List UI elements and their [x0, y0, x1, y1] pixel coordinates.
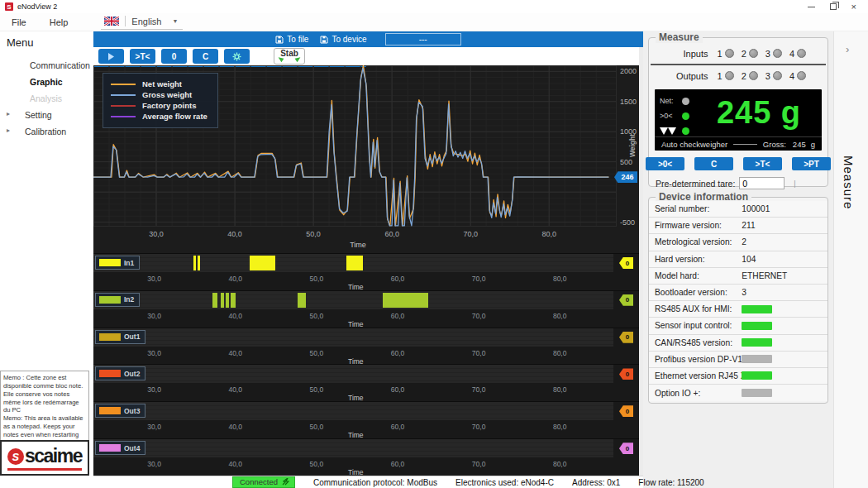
- language-selector[interactable]: English ▼: [101, 14, 183, 30]
- svg-text:80,0: 80,0: [541, 230, 556, 238]
- save-icon: [320, 36, 328, 44]
- device-info-row: Sensor input control:: [649, 318, 827, 334]
- 0-button[interactable]: >0<: [646, 157, 684, 170]
- device-info-label: Sensor input control:: [649, 321, 732, 330]
- sidebar-item-communication[interactable]: Communication: [0, 57, 93, 74]
- svg-text:1500: 1500: [620, 98, 637, 106]
- pt-button[interactable]: >PT: [792, 157, 831, 170]
- app-logo-icon: S: [5, 2, 13, 11]
- menu-bar: File Help English ▼: [0, 13, 868, 31]
- sidebar-item-calibration[interactable]: ▸Calibration: [0, 123, 93, 140]
- svg-text:-500: -500: [620, 218, 635, 227]
- current-value-badge: 246: [614, 171, 637, 183]
- menu-file[interactable]: File: [12, 17, 26, 27]
- axis-tick-label: 70,0: [472, 385, 486, 394]
- t-button[interactable]: >T<: [743, 157, 782, 170]
- device-info-label: RS485 AUX for HMI:: [649, 304, 732, 313]
- device-info-value: 104: [742, 255, 756, 264]
- restore-button[interactable]: [830, 3, 837, 10]
- tare-input[interactable]: [739, 177, 785, 189]
- input-number: 4: [789, 49, 794, 59]
- device-info-row: RS485 AUX for HMI:: [649, 301, 827, 318]
- io-value-badge: 0: [619, 368, 633, 380]
- io-strip-label: In1: [95, 256, 140, 270]
- expand-arrow-icon: ▸: [7, 127, 10, 134]
- legend-label: Net weight: [142, 79, 182, 89]
- device-info-row: CAN/RS485 version:: [649, 335, 827, 352]
- expand-chevron-icon[interactable]: ›: [846, 43, 849, 55]
- axis-tick-label: 60,0: [391, 460, 405, 468]
- axis-tick-label: 60,0: [391, 423, 405, 431]
- device-status-bar-green: [742, 305, 772, 313]
- device-status-bar-green: [742, 371, 772, 380]
- io-strip-label: Out3: [95, 404, 145, 418]
- status-flowrate: Flow rate: 115200: [638, 478, 703, 487]
- memo-notepad[interactable]: Memo : Cette zone est disponible comme b…: [0, 371, 89, 451]
- close-button[interactable]: ×: [851, 2, 856, 11]
- svg-text:60,0: 60,0: [384, 230, 399, 238]
- to-device-button[interactable]: To device: [320, 35, 366, 44]
- menu-help[interactable]: Help: [50, 17, 69, 27]
- io-strip-out4: Out4030,040,050,060,070,080,0Time: [93, 438, 643, 476]
- device-info-value: 211: [742, 221, 755, 230]
- device-info-label: Firmware version:: [649, 221, 722, 230]
- sidebar-nav: CommunicationGraphicAnalysis▸Setting▸Cal…: [0, 57, 93, 140]
- axis-time-label: Time: [348, 283, 364, 290]
- sidebar-item-analysis[interactable]: Analysis: [0, 90, 93, 107]
- axis-tick-label: 80,0: [553, 423, 567, 431]
- minimize-button[interactable]: [808, 7, 815, 7]
- tare-button[interactable]: >T<: [130, 49, 155, 64]
- sidebar-item-graphic[interactable]: Graphic: [0, 74, 93, 90]
- axis-tick-label: 40,0: [228, 312, 242, 320]
- axis-tick-label: 30,0: [147, 423, 161, 431]
- measure-side-tab[interactable]: Measure: [842, 155, 856, 209]
- device-info-groupbox: Device information Serial number:100001F…: [648, 197, 828, 404]
- io-trace-band: [93, 439, 613, 457]
- output-led: [797, 71, 806, 80]
- sidebar-item-setting[interactable]: ▸Setting: [0, 107, 93, 123]
- svg-text:500: 500: [620, 158, 632, 166]
- legend-item: Factory points: [111, 101, 207, 110]
- clear-button[interactable]: C: [193, 49, 218, 64]
- stab-arrow-right-icon: [295, 57, 302, 62]
- device-info-value: ETHERNET: [742, 271, 787, 280]
- preset-button[interactable]: ---: [385, 33, 461, 45]
- gross-unit: g: [811, 140, 815, 149]
- weight-chart[interactable]: Net weightGross weightFactory pointsAver…: [93, 65, 643, 253]
- axis-tick-label: 80,0: [553, 385, 567, 394]
- axis-tick-label: 40,0: [228, 275, 242, 283]
- legend-item: Average flow rate: [111, 112, 207, 121]
- input-channel-3: 3: [765, 49, 782, 59]
- tare-row: Pre-determined tare: |: [656, 177, 827, 189]
- io-trace-band: [93, 328, 613, 347]
- outputs-label: Outputs: [676, 71, 708, 81]
- io-color-swatch: [99, 407, 121, 414]
- input-number: 2: [742, 49, 746, 59]
- stable-indicator-led: [682, 127, 689, 135]
- settings-button[interactable]: [224, 49, 250, 64]
- to-file-button[interactable]: To file: [275, 35, 308, 44]
- input-led: [749, 49, 758, 58]
- axis-tick-label: 70,0: [472, 423, 486, 431]
- status-electronics: Electronics used: eNod4-C: [455, 478, 554, 487]
- io-value-badge: 0: [619, 443, 633, 454]
- legend-label: Gross weight: [142, 90, 192, 99]
- tare-spinner[interactable]: |: [794, 179, 795, 188]
- play-button[interactable]: [98, 49, 124, 64]
- device-status-bar-green: [742, 338, 772, 347]
- io-strip-label: Out2: [95, 366, 145, 380]
- device-info-label: Bootloader version:: [649, 288, 727, 297]
- io-signal-block: [298, 293, 306, 308]
- vertical-scrollbar[interactable]: [639, 47, 643, 476]
- io-signal-block: [250, 256, 274, 270]
- axis-tick-label: 80,0: [553, 460, 567, 468]
- tare-label: Pre-determined tare:: [656, 179, 735, 189]
- axis-tick-label: 40,0: [228, 349, 242, 357]
- device-status-bar-gray: [742, 355, 772, 363]
- c-button[interactable]: C: [694, 157, 733, 170]
- zero-button[interactable]: 0: [161, 49, 187, 64]
- io-strips: In1030,040,050,060,070,080,0TimeIn2030,0…: [93, 253, 643, 476]
- device-status-bar-green: [742, 322, 772, 330]
- svg-text:Time: Time: [350, 241, 366, 249]
- device-info-row: Bootloader version:3: [649, 285, 827, 301]
